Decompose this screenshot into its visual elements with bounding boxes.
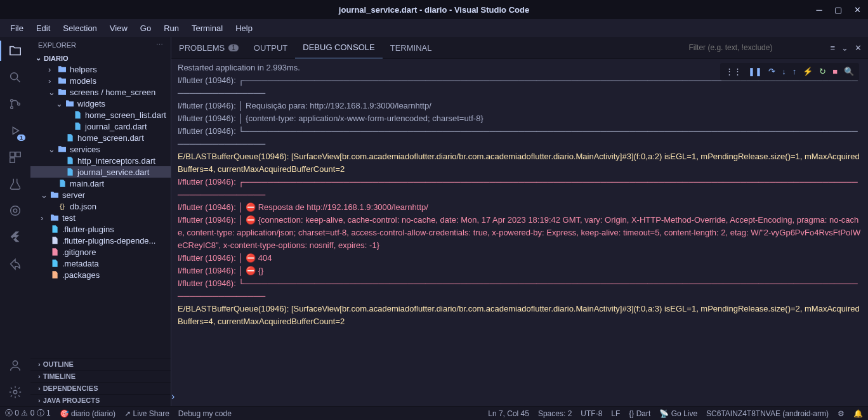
console-input-chevron-icon[interactable]: › (171, 391, 174, 402)
inspector-icon[interactable]: 🔍 (844, 65, 854, 78)
console-line: I/flutter (10946): ┌────────────────────… (178, 176, 862, 201)
file-tree: ›helpers›models⌄screens / home_screen⌄wi… (30, 63, 171, 280)
project-header[interactable]: ⌄ DIARIO (30, 53, 171, 63)
debug-console[interactable]: ⋮⋮ ❚❚ ↷ ↓ ↑ ⚡ ↻ ■ 🔍 Restarted applicatio… (171, 59, 868, 406)
tab-debug-console[interactable]: DEBUG CONSOLE (295, 37, 382, 58)
tab-problems[interactable]: PROBLEMS1 (171, 37, 246, 58)
step-into-icon[interactable]: ↓ (782, 65, 786, 78)
tree-item[interactable]: {}db.json (30, 200, 171, 212)
tree-item[interactable]: home_screen.dart (30, 132, 171, 143)
target-icon[interactable] (6, 202, 24, 220)
tree-item[interactable]: .metadata (30, 258, 171, 269)
section-outline[interactable]: ›OUTLINE (30, 358, 171, 370)
sidebar-more-icon[interactable]: ⋯ (156, 41, 163, 49)
status-bell-icon[interactable]: 🔔 (853, 409, 863, 418)
panel-tabs: PROBLEMS1 OUTPUT DEBUG CONSOLE TERMINAL … (171, 37, 868, 59)
console-line: I/flutter (10946): │ ⛔ Resposta de http:… (178, 201, 862, 214)
tree-item[interactable]: .flutter-plugins-depende... (30, 235, 171, 246)
test-icon[interactable] (6, 175, 24, 193)
console-line: I/flutter (10946): │ ⛔ {connection: keep… (178, 214, 862, 252)
svg-point-1 (11, 100, 13, 102)
restart-icon[interactable]: ↻ (819, 65, 826, 78)
search-icon[interactable] (6, 69, 24, 86)
step-over-icon[interactable]: ↷ (768, 65, 775, 78)
tab-output[interactable]: OUTPUT (246, 37, 295, 58)
tab-terminal[interactable]: TERMINAL (383, 37, 440, 58)
console-line: E/BLASTBufferQueue(10946): [SurfaceView[… (178, 303, 862, 328)
menu-go[interactable]: Go (135, 22, 156, 34)
status-eol[interactable]: LF (611, 409, 620, 418)
menu-view[interactable]: View (105, 22, 133, 34)
section-dependencies[interactable]: ›DEPENDENCIES (30, 382, 171, 394)
title-bar: journal_service.dart - diario - Visual S… (0, 0, 868, 19)
status-language[interactable]: {} Dart (629, 409, 650, 418)
tree-item[interactable]: ›models (30, 75, 171, 86)
status-liveshare[interactable]: ↗ Live Share (124, 409, 169, 418)
filter-input[interactable] (684, 41, 824, 54)
flutter-icon[interactable] (6, 228, 24, 246)
status-spaces[interactable]: Spaces: 2 (538, 409, 572, 418)
panel-settings-icon[interactable]: ≡ (830, 43, 835, 53)
menu-run[interactable]: Run (159, 22, 184, 34)
account-icon[interactable] (6, 357, 24, 374)
svg-rect-4 (10, 152, 15, 157)
menu-bar: FileEditSelectionViewGoRunTerminalHelp (0, 19, 868, 37)
minimize-button[interactable]: ─ (812, 3, 826, 16)
tree-item[interactable]: ›helpers (30, 63, 171, 75)
drag-handle-icon[interactable]: ⋮⋮ (725, 65, 742, 78)
tree-item[interactable]: http_interceptors.dart (30, 155, 171, 166)
status-profile[interactable]: 🎯 diario (diario) (60, 409, 115, 418)
status-golive[interactable]: 📡 Go Live (659, 409, 697, 418)
console-line: I/flutter (10946): │ {content-type: appl… (178, 112, 862, 125)
editor-area: PROBLEMS1 OUTPUT DEBUG CONSOLE TERMINAL … (171, 37, 868, 406)
status-cursor[interactable]: Ln 7, Col 45 (488, 409, 529, 418)
tree-item[interactable]: ⌄services (30, 143, 171, 155)
tree-item[interactable]: main.dart (30, 178, 171, 189)
tree-item[interactable]: .gitignore (30, 246, 171, 258)
tree-item[interactable]: journal_service.dart (30, 166, 171, 178)
tree-item[interactable]: .flutter-plugins (30, 223, 171, 235)
status-encoding[interactable]: UTF-8 (581, 409, 602, 418)
debug-icon[interactable]: 1 (6, 122, 24, 140)
window-title: journal_service.dart - diario - Visual S… (339, 5, 529, 15)
pause-icon[interactable]: ❚❚ (748, 65, 762, 78)
svg-rect-6 (10, 158, 15, 162)
tree-item[interactable]: .packages (30, 269, 171, 280)
stop-icon[interactable]: ■ (832, 65, 838, 78)
source-control-icon[interactable] (6, 95, 24, 113)
tree-item[interactable]: ⌄screens / home_screen (30, 86, 171, 98)
menu-terminal[interactable]: Terminal (187, 22, 228, 34)
menu-help[interactable]: Help (230, 22, 258, 34)
chevron-down-icon: ⌄ (36, 54, 41, 62)
project-name: DIARIO (44, 55, 69, 62)
console-line: I/flutter (10946): │ ⛔ 404 (178, 252, 862, 265)
status-debug[interactable]: Debug my code (178, 409, 232, 418)
maximize-button[interactable]: ▢ (831, 3, 845, 16)
console-line: I/flutter (10946): └────────────────────… (178, 125, 862, 150)
menu-edit[interactable]: Edit (31, 22, 55, 34)
explorer-icon[interactable] (6, 42, 24, 60)
tree-item[interactable]: ⌄widgets (30, 98, 171, 109)
chevron-down-icon[interactable]: ⌄ (841, 43, 848, 53)
status-errors[interactable]: ⓧ 0 ⚠ 0 ⓘ 1 (5, 408, 51, 419)
status-device[interactable]: SC6TAINZ4T8TNVAE (android-arm) (706, 409, 829, 418)
menu-file[interactable]: File (5, 22, 29, 34)
tree-item[interactable]: ⌄server (30, 189, 171, 200)
step-out-icon[interactable]: ↑ (792, 65, 797, 78)
tree-item[interactable]: ›test (30, 212, 171, 223)
panel-close-icon[interactable]: ✕ (855, 43, 862, 53)
share-icon[interactable] (6, 255, 24, 273)
close-button[interactable]: ✕ (850, 3, 864, 16)
extensions-icon[interactable] (6, 148, 24, 166)
tree-item[interactable]: journal_card.dart (30, 121, 171, 132)
section-java projects[interactable]: ›JAVA PROJECTS (30, 394, 171, 406)
console-line: I/flutter (10946): │ ⛔ {} (178, 265, 862, 277)
menu-selection[interactable]: Selection (58, 22, 102, 34)
svg-point-7 (11, 206, 20, 216)
status-bar: ⓧ 0 ⚠ 0 ⓘ 1 🎯 diario (diario) ↗ Live Sha… (0, 406, 868, 420)
hot-reload-icon[interactable]: ⚡ (803, 65, 813, 78)
status-devtools-icon[interactable]: ⚙ (838, 409, 845, 418)
settings-icon[interactable] (6, 383, 24, 401)
section-timeline[interactable]: ›TIMELINE (30, 370, 171, 382)
tree-item[interactable]: home_screen_list.dart (30, 109, 171, 121)
